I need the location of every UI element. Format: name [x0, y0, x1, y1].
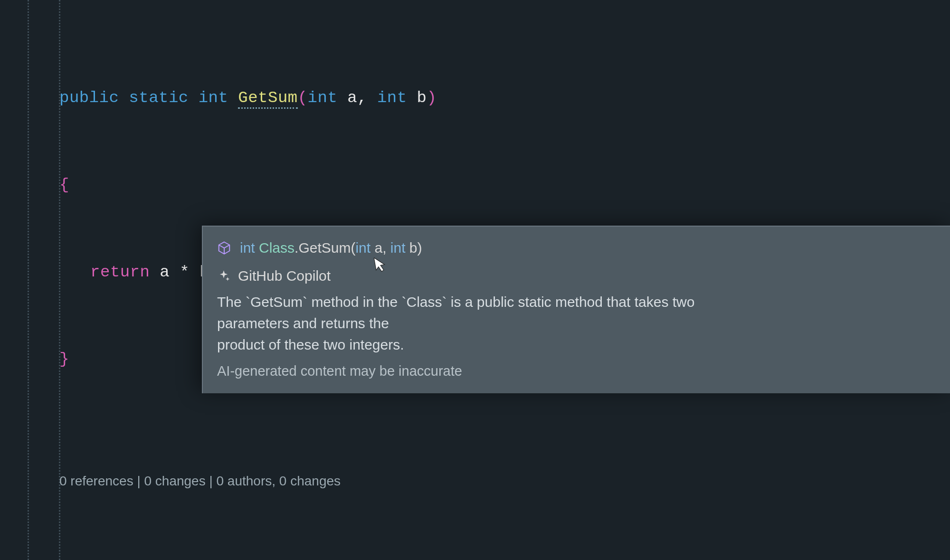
- sig-method: GetSum: [298, 240, 351, 256]
- tooltip-signature-row: int Class.GetSum(int a, int b): [217, 237, 936, 258]
- tooltip-disclaimer: AI-generated content may be inaccurate: [217, 361, 936, 382]
- sig-param-type: int: [390, 240, 406, 256]
- sig-param-name: b: [409, 240, 418, 256]
- brace-close: }: [59, 350, 69, 368]
- sig-return-type: int: [240, 240, 255, 256]
- keyword-return: return: [90, 263, 150, 281]
- tooltip-desc-line-3: product of these two integers.: [217, 337, 404, 352]
- method-name-getsum[interactable]: GetSum: [238, 89, 297, 109]
- method-cube-icon: [217, 241, 231, 255]
- tooltip-provider-label: GitHub Copilot: [238, 265, 331, 286]
- code-line[interactable]: static void Main(): [26, 557, 950, 560]
- keyword-int: int: [199, 89, 228, 107]
- param-type: int: [377, 89, 407, 107]
- codelens-main[interactable]: 0 references | 0 changes | 0 authors, 0 …: [26, 458, 950, 492]
- tooltip-desc-line-2: parameters and returns the: [217, 315, 389, 331]
- tooltip-signature: int Class.GetSum(int a, int b): [240, 237, 422, 258]
- param-name: a: [347, 89, 357, 107]
- sparkle-icon: [217, 269, 230, 283]
- sig-param-type: int: [355, 240, 370, 256]
- keyword-static: static: [129, 89, 188, 107]
- param-name: b: [417, 89, 427, 107]
- hover-tooltip[interactable]: int Class.GetSum(int a, int b) GitHub Co…: [202, 226, 950, 393]
- paren-close: ): [427, 89, 437, 107]
- keyword-public: public: [59, 89, 119, 107]
- tooltip-desc-line-1: The `GetSum` method in the `Class` is a …: [217, 294, 694, 310]
- brace-open: {: [59, 176, 69, 194]
- code-line[interactable]: {: [26, 174, 950, 196]
- sig-param-name: a: [374, 240, 382, 256]
- code-line[interactable]: public static int GetSum(int a, int b): [26, 87, 950, 109]
- tooltip-provider-row: GitHub Copilot: [217, 265, 936, 286]
- sig-class: Class: [259, 240, 294, 256]
- paren-open: (: [298, 89, 308, 107]
- param-type: int: [308, 89, 338, 107]
- tooltip-description: The `GetSum` method in the `Class` is a …: [217, 291, 716, 355]
